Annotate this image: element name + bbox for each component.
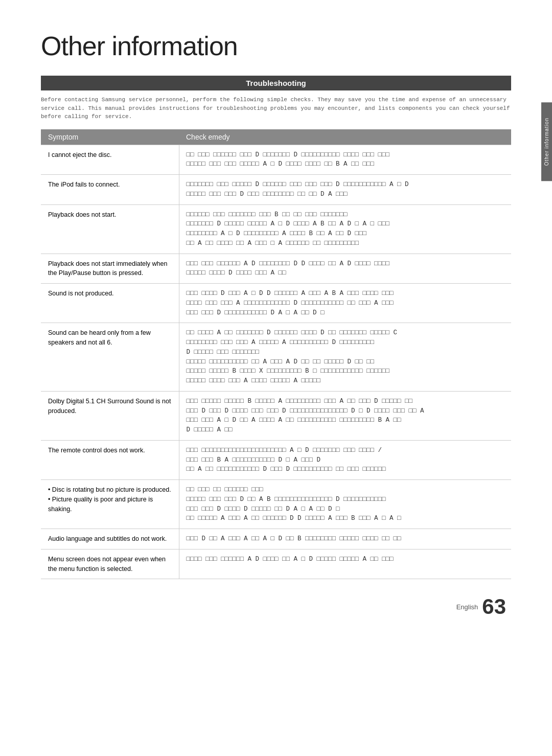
table-row: Dolby Digital 5.1 CH Surround Sound is n… — [41, 391, 511, 440]
symptom-cell: The remote control does not work. — [41, 440, 179, 479]
symptom-cell: I cannot eject the disc. — [41, 145, 179, 175]
remedy-cell: □□□ D □□ A □□□ A □□ A □ D □□ B □□□□□□□□ … — [179, 529, 511, 549]
table-row: Sound is not produced.□□□ □□□□ D □□□ A □… — [41, 284, 511, 323]
symptom-cell: Playback does not start immediately when… — [41, 254, 179, 284]
footer-num: 63 — [482, 594, 506, 619]
troubleshoot-table: Symptom Check emedy I cannot eject the d… — [41, 129, 511, 580]
table-row: The remote control does not work.□□□ □□□… — [41, 440, 511, 479]
remedy-cell: □□□ □□□□□ □□□□□ B □□□□□ A □□□□□□□□□ □□□ … — [179, 391, 511, 440]
symptom-cell: Playback does not start. — [41, 204, 179, 254]
section-header: Troubleshooting — [41, 76, 511, 90]
symptom-cell: Menu screen does not appear even when th… — [41, 549, 179, 579]
footer: English 63 — [41, 594, 511, 619]
table-row: • Disc is rotating but no picture is pro… — [41, 480, 511, 529]
remedy-cell: □□□□□□□ □□□ □□□□□ D □□□□□□ □□□ □□□ □□□ D… — [179, 175, 511, 205]
remedy-cell: □□ □□□ □□ □□□□□□ □□□ □□□□□ □□□ □□□ D □□ … — [179, 480, 511, 529]
intro-text: Before contacting Samsung service person… — [41, 96, 511, 121]
symptom-cell: Dolby Digital 5.1 CH Surround Sound is n… — [41, 391, 179, 440]
table-row: Playback does not start.□□□□□□ □□□ □□□□□… — [41, 204, 511, 254]
table-row: I cannot eject the disc.□□ □□□ □□□□□□ □□… — [41, 145, 511, 175]
symptom-cell: Sound is not produced. — [41, 284, 179, 323]
table-row: Sound can be heard only from a few speak… — [41, 323, 511, 392]
page-title: Other information — [41, 31, 511, 61]
symptom-cell: The iPod fails to connect. — [41, 175, 179, 205]
remedy-cell: □□□□ □□□ □□□□□□ A D □□□□ □□ A □ D □□□□□ … — [179, 549, 511, 579]
table-header-row: Symptom Check emedy — [41, 129, 511, 145]
table-row: Menu screen does not appear even when th… — [41, 549, 511, 579]
remedy-cell: □□□ □□□□ D □□□ A □ D D □□□□□□ A □□□ A B … — [179, 284, 511, 323]
col-symptom: Symptom — [41, 129, 179, 145]
table-row: The iPod fails to connect.□□□□□□□ □□□ □□… — [41, 175, 511, 205]
symptom-cell: • Disc is rotating but no picture is pro… — [41, 480, 179, 529]
symptom-cell: Audio language and subtitles do not work… — [41, 529, 179, 549]
side-label: Other information — [541, 102, 552, 181]
table-row: Audio language and subtitles do not work… — [41, 529, 511, 549]
remedy-cell: □□ □□□□ A □□ □□□□□□□ D □□□□□□ □□□□ D □□ … — [179, 323, 511, 392]
remedy-cell: □□□□□□ □□□ □□□□□□□ □□□ B □□ □□ □□□ □□□□□… — [179, 204, 511, 254]
table-row: Playback does not start immediately when… — [41, 254, 511, 284]
footer-lang: English — [456, 603, 478, 611]
symptom-cell: Sound can be heard only from a few speak… — [41, 323, 179, 392]
remedy-cell: □□□ □□□□□□□□□□□□□□□□□□□□□□ A □ D □□□□□□□… — [179, 440, 511, 479]
remedy-cell: □□□ □□□ □□□□□□ A D □□□□□□□□ D D □□□□ □□ … — [179, 254, 511, 284]
col-remedy: Check emedy — [179, 129, 511, 145]
remedy-cell: □□ □□□ □□□□□□ □□□ D □□□□□□□ D □□□□□□□□□□… — [179, 145, 511, 175]
